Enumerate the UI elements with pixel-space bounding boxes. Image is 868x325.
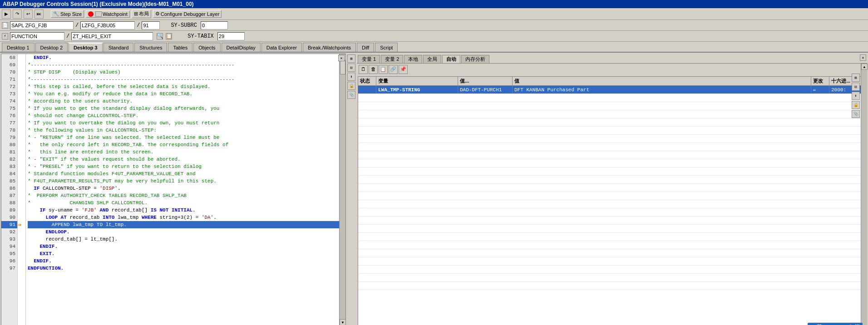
line-83: 83 [1, 163, 17, 170]
var-row-7 [358, 135, 866, 143]
scroll-down[interactable]: ▼ [340, 319, 345, 325]
tab-structures[interactable]: Structures [134, 43, 167, 52]
tab-objects[interactable]: Objects [193, 43, 220, 52]
code-scrollbar[interactable]: ▲ ▼ [339, 54, 345, 325]
line-input[interactable] [142, 21, 160, 30]
code-panel-close[interactable]: ✕ [338, 55, 345, 61]
tab-desktop1[interactable]: Desktop 1 [2, 43, 35, 52]
addr-icon4: 📋 [166, 33, 172, 39]
line-93: 93 [1, 236, 17, 243]
type-input[interactable] [10, 32, 64, 40]
scroll-thumb[interactable] [340, 61, 345, 74]
sogou-ime-bar[interactable]: S 英 · ✦ Ω ⊞ 📌 简 [808, 323, 863, 325]
right-panel-close[interactable]: ✕ [860, 54, 866, 61]
right-side-btn-3[interactable]: ⬆ [852, 92, 860, 100]
sogou-lang[interactable]: 英 [817, 323, 822, 325]
right-side-btn-2[interactable]: ⊟ [852, 83, 860, 91]
debug-btn-4[interactable]: ⏭ [35, 10, 44, 19]
tab-diff[interactable]: Diff [357, 43, 374, 52]
right-side-btn-1[interactable]: ⊞ [852, 74, 860, 82]
side-btn-4[interactable]: 🔒 [347, 82, 355, 90]
funcname-input[interactable] [71, 32, 153, 40]
side-btn-2[interactable]: ⊟ [347, 64, 355, 72]
var-status-1 [358, 86, 376, 94]
var-scrollbar[interactable]: ▲ ▼ [861, 76, 866, 325]
line-numbers: 68 69 70 71 72 73 74 75 76 77 78 79 80 8… [1, 54, 18, 325]
program-input[interactable] [10, 21, 74, 30]
line-74: 74 [1, 98, 17, 105]
var-row-1[interactable]: LWA_TMP-STRING DAD-DFT-PURCH1 DFT KANBAN… [358, 86, 866, 94]
code-line-85: * F4UT_PARAMETER_RESULTS_PUT may be very… [28, 177, 339, 185]
tab-script[interactable]: Script [375, 43, 398, 52]
col-variable: 变量 [376, 77, 458, 85]
line-87: 87 [1, 192, 17, 199]
sy-tabix-input[interactable] [217, 32, 245, 40]
tab-detaildisplay[interactable]: DetailDisplay [222, 43, 261, 52]
col-value-short: 值... [458, 77, 513, 85]
watchpoint-button[interactable]: Watchpoint [86, 10, 130, 18]
right-tool-delete[interactable]: 🗑 [369, 65, 378, 74]
right-tab-global[interactable]: 全局 [423, 55, 441, 63]
right-tool-link[interactable]: 🔗 [389, 65, 398, 74]
var-row-15 [358, 200, 866, 208]
separator2: / [137, 22, 140, 29]
debug-btn-3[interactable]: ↩ [24, 10, 33, 19]
right-tab-auto[interactable]: 自动 [442, 55, 460, 63]
code-line-81: * this line are entered into the screen. [28, 148, 339, 156]
include-input[interactable] [80, 21, 135, 30]
var-row-5 [358, 118, 866, 127]
sy-tabix-label: SY-TABIX [187, 33, 214, 39]
right-side-toolbar: ⊞ ⊟ ⬆ 🔒 📎 [852, 74, 860, 118]
tab-tables[interactable]: Tables [168, 43, 192, 52]
side-btn-3[interactable]: ⬆ [347, 73, 355, 81]
col-change: 更改 [811, 77, 829, 85]
tab-data-explorer[interactable]: Data Explorer [261, 43, 302, 52]
side-btn-1[interactable]: ⊞ [347, 54, 355, 63]
code-line-96: ENDIF. [28, 257, 339, 265]
debug-btn-1[interactable]: ▶ [2, 10, 11, 19]
code-line-87: * PERFORM AUTHORITY_CHECK TABLES RECORD_… [28, 192, 339, 199]
code-line-74: * according to the users authority. [28, 98, 339, 105]
right-tab-memory[interactable]: 内存分析 [461, 55, 489, 63]
var-table-body: LWA_TMP-STRING DAD-DFT-PURCH1 DFT KANBAN… [358, 86, 866, 325]
sogou-simplified[interactable]: 简 [854, 323, 860, 325]
tab-desktop2[interactable]: Desktop 2 [35, 43, 68, 52]
var-row-11 [358, 167, 866, 176]
var-row-23 [358, 266, 866, 274]
configure-button[interactable]: ⚙ Configure Debugger Layer [153, 10, 222, 18]
right-side-btn-4[interactable]: 🔒 [852, 101, 860, 109]
tab-standard[interactable]: Standard [104, 43, 134, 52]
tab-desktop3[interactable]: Desktop 3 [69, 43, 103, 52]
code-line-75: * If you want to get the standard displa… [28, 105, 339, 112]
right-tool-paste[interactable]: 📌 [399, 65, 408, 74]
var-val-1: DFT KANBAN Purchased Part [513, 86, 811, 94]
right-tab-var1[interactable]: 变量 1 [358, 55, 380, 63]
tab-breakwatchpoints[interactable]: Break./Watchpoints [303, 43, 356, 52]
var-change-1[interactable]: ✏ [811, 86, 829, 94]
right-tool-copy[interactable]: 📋 [379, 65, 388, 74]
right-tab-local[interactable]: 本地 [404, 55, 422, 63]
addr-icon3: 🔍 [157, 33, 163, 39]
code-line-95: EXIT. [28, 250, 339, 257]
main-content: ✕ 68 69 70 71 72 73 74 75 76 77 78 79 80… [0, 53, 868, 325]
line-84: 84 [1, 170, 17, 177]
step-size-button[interactable]: 🔧 Step Size [51, 10, 84, 18]
window-title: ABAP Debugger Controls Session(1) (Exclu… [3, 1, 194, 7]
col-value: 值 [513, 77, 811, 85]
layout-button[interactable]: ⊞ 布局 [132, 10, 151, 18]
debug-btn-2[interactable]: ↷ [13, 10, 22, 19]
var-row-6 [358, 127, 866, 135]
side-btn-5[interactable]: 📎 [347, 91, 355, 99]
right-tab-var2[interactable]: 变量 2 [381, 55, 403, 63]
code-lines[interactable]: ENDIF. *--------------------------------… [26, 54, 339, 325]
sy-subrc-input[interactable] [201, 21, 228, 30]
code-line-72: * This step is called, before the select… [28, 83, 339, 90]
code-panel: ✕ 68 69 70 71 72 73 74 75 76 77 78 79 80… [1, 54, 346, 325]
exec-indicator-col: ⇒ [18, 54, 26, 325]
code-line-83: * - "PRESEL" if you want to return to th… [28, 163, 339, 170]
right-side-btn-5[interactable]: 📎 [852, 110, 860, 118]
separator1: / [75, 22, 79, 29]
right-tool-new[interactable]: 🗒 [359, 65, 368, 74]
code-line-97: ENDFUNCTION. [28, 265, 339, 272]
step-size-icon: 🔧 [53, 11, 59, 17]
